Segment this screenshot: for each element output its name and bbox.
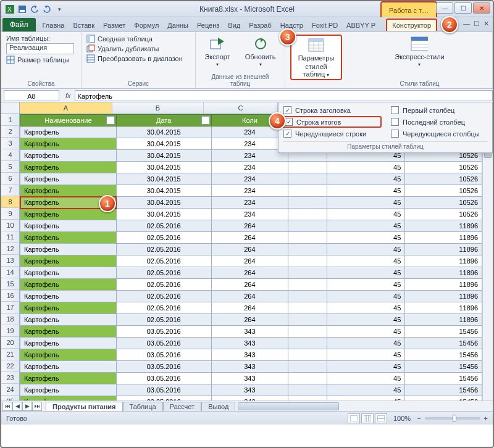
cell[interactable] <box>288 361 327 373</box>
resize-table-button[interactable]: Размер таблицы <box>6 56 74 64</box>
row-header[interactable]: 13 <box>1 255 20 267</box>
opt-total-row[interactable]: ✓ Строка итогов <box>282 116 382 128</box>
redo-icon[interactable] <box>42 4 52 14</box>
cell[interactable] <box>288 220 327 232</box>
row-header[interactable]: 22 <box>1 360 20 372</box>
cell[interactable]: 30.04.2015 <box>116 197 211 209</box>
save-icon[interactable] <box>17 4 27 14</box>
formula-input[interactable]: Картофель <box>75 90 493 101</box>
table-row[interactable]: Картофель03.05.20163434515456 <box>20 338 482 349</box>
pivot-button[interactable]: Сводная таблица <box>86 35 183 43</box>
table-row[interactable]: Картофель02.05.20162644511896 <box>20 314 482 326</box>
sheet-tabs[interactable]: Продукты питанияТаблицаРассчетВывод <box>46 402 235 411</box>
cell[interactable]: 234 <box>211 185 288 197</box>
cell[interactable]: 10526 <box>405 209 482 220</box>
cell[interactable]: 02.05.2016 <box>116 302 211 314</box>
cell[interactable]: 30.04.2015 <box>116 150 211 162</box>
cell[interactable]: 03.05.2016 <box>116 361 211 373</box>
maximize-button[interactable]: ☐ <box>454 2 472 14</box>
cell[interactable]: 10526 <box>405 162 482 173</box>
nav-prev-icon[interactable]: ◀ <box>12 402 22 411</box>
row-header[interactable]: 9 <box>1 208 20 220</box>
filter-dropdown-icon[interactable]: ▾ <box>106 116 115 125</box>
cell[interactable]: 11896 <box>405 232 482 244</box>
row-headers[interactable]: 1234567891011121314151617181920212223242… <box>1 114 20 400</box>
cell[interactable]: 03.05.2016 <box>116 326 211 338</box>
cell[interactable]: Картофель <box>20 279 117 291</box>
cell[interactable] <box>288 279 327 291</box>
cell[interactable]: Картофель <box>20 291 117 302</box>
cell[interactable]: 45 <box>327 314 405 326</box>
cell[interactable]: 264 <box>211 244 288 255</box>
fx-icon[interactable]: fx <box>62 92 75 99</box>
cell[interactable]: Картофель <box>20 185 117 197</box>
row-header[interactable]: 11 <box>1 231 20 243</box>
row-header[interactable]: 24 <box>1 384 20 396</box>
table-row[interactable]: Картофель02.05.20162644511896 <box>20 255 482 267</box>
row-header[interactable]: 2 <box>1 126 20 138</box>
cell[interactable]: 02.05.2016 <box>116 279 211 291</box>
cell[interactable]: 264 <box>211 232 288 244</box>
cell[interactable]: 343 <box>211 384 288 396</box>
filter-dropdown-icon[interactable]: ▾ <box>201 116 210 125</box>
cell[interactable]: 02.05.2016 <box>116 267 211 279</box>
cell[interactable]: 234 <box>211 197 288 209</box>
ribbon-tab[interactable]: Реценз <box>193 19 224 31</box>
cell[interactable]: 03.05.2016 <box>116 396 211 401</box>
cell[interactable]: Картофель <box>20 244 117 255</box>
cell[interactable]: 15456 <box>405 361 482 373</box>
opt-first-col[interactable]: Первый столбец <box>391 106 487 114</box>
cell[interactable]: 11896 <box>405 267 482 279</box>
table-row[interactable]: Картофель30.04.20152344510526 <box>20 185 482 197</box>
zoom-in-icon[interactable]: + <box>484 415 488 422</box>
cell[interactable]: 45 <box>327 338 405 349</box>
cell[interactable]: 343 <box>211 338 288 349</box>
table-row[interactable]: Картофель02.05.20162644511896 <box>20 244 482 255</box>
col-header[interactable]: A <box>20 102 112 114</box>
cell[interactable]: Картофель <box>20 349 117 361</box>
table-header[interactable]: Дата▾ <box>116 115 211 127</box>
row-header[interactable]: 16 <box>1 290 20 302</box>
cell[interactable]: 02.05.2016 <box>116 291 211 302</box>
cell[interactable]: 30.04.2015 <box>116 173 211 185</box>
table-row[interactable]: Картофель30.04.20152344510526 <box>20 209 482 220</box>
cell[interactable]: 45 <box>327 185 405 197</box>
cell[interactable]: 15456 <box>405 373 482 384</box>
cell[interactable]: 30.04.2015 <box>116 138 211 150</box>
cell[interactable] <box>288 244 327 255</box>
cell[interactable]: 234 <box>211 173 288 185</box>
remove-dups-button[interactable]: Удалить дубликаты <box>86 44 183 53</box>
cell[interactable]: 02.05.2016 <box>116 314 211 326</box>
ribbon-tab[interactable]: Разраб <box>245 19 276 31</box>
row-header[interactable]: 8 <box>1 196 20 208</box>
table-header[interactable]: Наименование▾ <box>20 115 117 127</box>
cell[interactable]: 343 <box>211 396 288 401</box>
grid[interactable]: Наименование▾Дата▾Коли▾ ▾ ▾ ▾Картофель30… <box>20 114 482 400</box>
table-row[interactable]: Картофель02.05.20162644511896 <box>20 302 482 314</box>
view-pagebreak-icon[interactable] <box>375 413 387 423</box>
row-header[interactable]: 1 <box>1 114 20 126</box>
mdi-close-icon[interactable]: ✕ <box>484 20 489 28</box>
cell[interactable]: 02.05.2016 <box>116 220 211 232</box>
cell[interactable]: 15456 <box>405 349 482 361</box>
tab-file[interactable]: Файл <box>2 18 36 31</box>
ribbon-tab[interactable]: Главна <box>38 19 69 31</box>
table-name-input[interactable]: Реализация <box>6 43 74 54</box>
cell[interactable]: 45 <box>327 173 405 185</box>
cell[interactable]: 45 <box>327 326 405 338</box>
cell[interactable]: Картофель <box>20 314 117 326</box>
cell[interactable]: 45 <box>327 267 405 279</box>
cell[interactable] <box>288 197 327 209</box>
sheet-tab[interactable]: Вывод <box>201 402 235 411</box>
cell[interactable] <box>288 173 327 185</box>
cell[interactable]: 343 <box>211 349 288 361</box>
cell[interactable]: 30.04.2015 <box>116 209 211 220</box>
table-row[interactable]: Картофель03.05.20163434515456 <box>20 384 482 396</box>
cell[interactable]: 234 <box>211 138 288 150</box>
sheet-tab[interactable]: Продукты питания <box>46 402 123 411</box>
table-row[interactable]: Картофель30.04.20152344510526 <box>20 197 482 209</box>
cell[interactable]: 30.04.2015 <box>116 162 211 173</box>
cell[interactable]: Картофель <box>20 173 117 185</box>
select-all-corner[interactable] <box>1 102 20 114</box>
cell[interactable]: 45 <box>327 244 405 255</box>
